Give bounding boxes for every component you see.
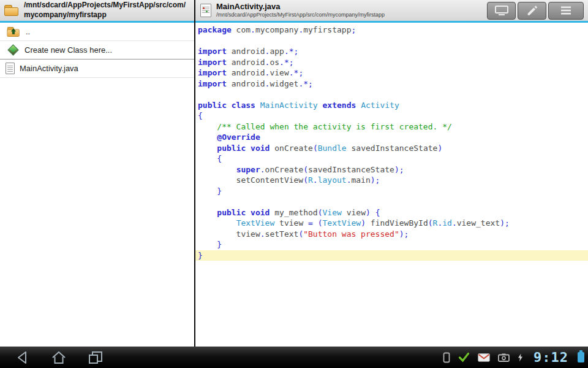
code-token: . — [251, 25, 255, 34]
code-token: View — [323, 208, 342, 217]
clock[interactable]: 9:12 — [533, 351, 568, 364]
code-line[interactable]: TextView tview = (TextView) findViewById… — [198, 218, 588, 229]
code-line[interactable]: public class MainActivity extends Activi… — [198, 100, 588, 111]
gmail-icon — [478, 353, 490, 362]
home-icon — [50, 350, 68, 366]
code-token — [198, 144, 217, 153]
code-line[interactable]: package com.mycompany.myfirstapp; — [198, 25, 588, 36]
code-token: myfirstapp — [303, 25, 351, 34]
code-token: my_method — [270, 208, 317, 217]
edit-button[interactable] — [518, 2, 546, 20]
code-token: .*; — [284, 47, 298, 56]
code-token: ( — [303, 175, 308, 185]
back-button[interactable] — [4, 348, 40, 367]
menu-button[interactable] — [548, 2, 584, 20]
code-token: main — [351, 175, 370, 185]
pencil-icon — [526, 4, 539, 17]
code-line[interactable]: super.onCreate(savedInstanceState); — [198, 164, 588, 175]
code-token: tview — [198, 229, 260, 239]
code-area[interactable]: package com.mycompany.myfirstapp; import… — [195, 23, 588, 347]
code-token: import — [198, 58, 227, 67]
keyboard-icon — [494, 4, 510, 17]
code-token: ) — [366, 208, 371, 217]
code-token: mycompany — [255, 25, 298, 34]
code-token: . — [313, 175, 318, 185]
code-token: package — [198, 25, 232, 34]
editor-header-texts: MainActivity.java /mnt/sdcard/AppProject… — [216, 2, 385, 18]
code-token — [198, 165, 236, 174]
create-class-row[interactable]: Create new Class here... — [0, 41, 194, 59]
code-token: public — [217, 208, 246, 217]
code-token — [198, 122, 217, 131]
code-token: view — [342, 208, 366, 217]
code-token: savedInstanceState — [347, 144, 438, 153]
code-line[interactable]: import android.widget.*; — [198, 79, 588, 90]
code-token: Bundle — [318, 144, 347, 153]
code-token: MainActivity — [260, 101, 318, 110]
code-token: .*; — [289, 68, 303, 77]
code-token — [246, 208, 251, 217]
home-button[interactable] — [40, 348, 77, 367]
code-token: TextView — [323, 218, 361, 228]
back-icon — [13, 350, 31, 366]
status-area: 9:12 — [443, 351, 584, 364]
code-line[interactable]: } — [195, 250, 588, 261]
code-token: setText — [265, 229, 299, 239]
code-token: .*; — [279, 58, 293, 67]
code-token: ( — [318, 208, 323, 217]
code-line[interactable]: /** Called when the activity is first cr… — [198, 121, 588, 132]
new-class-icon — [6, 44, 20, 57]
code-token — [255, 101, 260, 110]
code-line[interactable]: setContentView(R.layout.main); — [198, 175, 588, 186]
file-row-parent-dir[interactable]: .. — [0, 23, 194, 41]
code-line[interactable]: { — [198, 153, 588, 164]
code-line[interactable]: @Override — [198, 132, 588, 143]
menu-icon — [559, 4, 573, 17]
code-token: Activity — [361, 101, 399, 110]
file-browser-panel: /mnt/sdcard/AppProjects/MyFirstApp/src/c… — [0, 0, 195, 347]
code-line[interactable]: public void onCreate(Bundle savedInstanc… — [198, 143, 588, 154]
code-token: import — [198, 47, 227, 56]
code-line[interactable] — [198, 196, 588, 207]
code-line[interactable]: } — [198, 239, 588, 250]
code-line[interactable]: import android.view.*; — [198, 67, 588, 79]
code-line[interactable] — [198, 36, 588, 47]
code-token: ( — [313, 144, 318, 153]
code-token: class — [232, 101, 255, 110]
code-token: { — [375, 208, 380, 217]
folder-up-icon — [7, 26, 21, 37]
code-token: app — [270, 47, 284, 56]
code-line[interactable]: import android.os.*; — [198, 57, 588, 68]
recents-button[interactable] — [77, 348, 114, 367]
code-line[interactable]: import android.app.*; — [198, 46, 588, 57]
code-line[interactable]: tview.setText("Button was pressed"); — [198, 229, 588, 240]
code-line[interactable]: { — [198, 110, 588, 121]
keyboard-toggle-button[interactable] — [487, 2, 516, 20]
code-token: . — [452, 218, 457, 228]
code-token: @Override — [217, 132, 260, 142]
device-status-icon — [443, 352, 450, 363]
open-file-icon — [200, 4, 211, 17]
file-row-mainactivity[interactable]: MainActivity.java — [0, 59, 194, 78]
code-line[interactable]: } — [198, 186, 588, 197]
code-token: } — [217, 240, 222, 249]
file-label: .. — [26, 27, 30, 36]
aide-app-window: /mnt/sdcard/AppProjects/MyFirstApp/src/c… — [0, 0, 588, 368]
code-token: ) — [361, 218, 366, 228]
code-token: R — [308, 175, 313, 185]
code-token — [198, 154, 217, 163]
code-token: view_text — [457, 218, 500, 228]
file-browser-header: /mnt/sdcard/AppProjects/MyFirstApp/src/c… — [0, 0, 194, 23]
code-line[interactable]: public void my_method(View view) { — [198, 207, 588, 218]
editor-title: MainActivity.java — [216, 2, 385, 12]
code-token: } — [198, 251, 203, 260]
code-token — [318, 101, 323, 110]
editor-header: MainActivity.java /mnt/sdcard/AppProject… — [195, 0, 588, 23]
code-token: ) — [437, 144, 442, 153]
java-file-icon — [6, 63, 15, 74]
code-line[interactable] — [198, 89, 588, 100]
code-token: android — [227, 58, 265, 67]
code-token: void — [251, 208, 270, 217]
code-token — [198, 186, 217, 196]
editor-toolbar — [487, 2, 584, 20]
